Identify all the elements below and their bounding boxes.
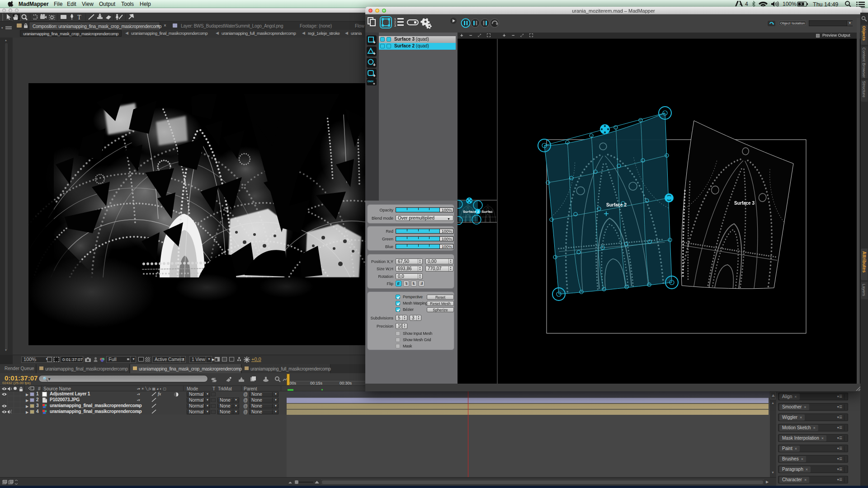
svg-text:+: +	[373, 40, 376, 45]
svg-text:+: +	[373, 51, 376, 56]
svg-text:1: 1	[394, 18, 396, 21]
svg-text:Surface 2: Surface 2	[606, 202, 627, 207]
svg-text:+: +	[373, 73, 376, 78]
svg-text:+: +	[373, 82, 375, 86]
svg-text:3: 3	[394, 24, 396, 27]
svg-text:4: 4	[745, 1, 748, 7]
svg-text:+: +	[373, 62, 376, 67]
svg-text:Surface 3: Surface 3	[734, 201, 755, 206]
svg-text:Surfac: Surfac	[481, 210, 493, 214]
svg-text:T: T	[77, 14, 81, 21]
svg-text:Surface 2: Surface 2	[463, 210, 480, 214]
svg-text:100%: 100%	[783, 1, 797, 7]
svg-text:2: 2	[394, 21, 396, 24]
